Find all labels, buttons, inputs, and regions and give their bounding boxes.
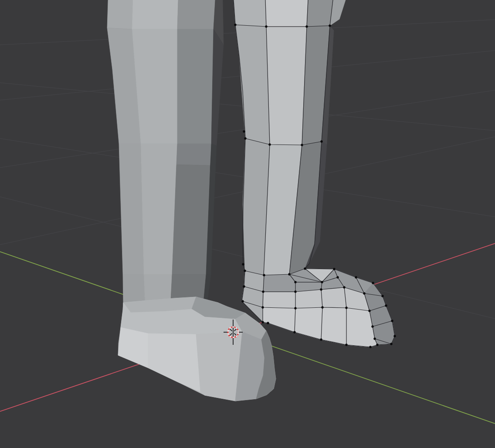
- right-leg-face[interactable]: [235, 25, 270, 145]
- vertex-dot[interactable]: [263, 274, 265, 276]
- vertex-dot[interactable]: [243, 130, 245, 132]
- right-leg-face[interactable]: [265, 0, 308, 27]
- vertex-dot[interactable]: [288, 273, 290, 275]
- left-leg-face[interactable]: [176, 144, 211, 165]
- left-leg-face[interactable]: [177, 0, 215, 29]
- vertex-dot[interactable]: [320, 140, 322, 142]
- vertex-dot[interactable]: [372, 282, 374, 284]
- vertex-dot[interactable]: [244, 269, 246, 272]
- vertex-dot[interactable]: [305, 25, 308, 27]
- vertex-dot[interactable]: [242, 263, 244, 265]
- vertex-dot[interactable]: [363, 292, 365, 294]
- vertex-dot[interactable]: [390, 343, 392, 345]
- vertex-dot[interactable]: [320, 338, 322, 340]
- left-foot-face[interactable]: [148, 333, 200, 392]
- mesh-left-leg[interactable]: [107, 0, 224, 308]
- vertex-dot[interactable]: [376, 344, 378, 346]
- vertex-dot[interactable]: [294, 281, 296, 283]
- vertex-dot[interactable]: [336, 276, 339, 278]
- vertex-dot[interactable]: [369, 346, 371, 348]
- vertex-dot[interactable]: [234, 24, 236, 26]
- vertex-dot[interactable]: [385, 304, 387, 307]
- left-leg-face[interactable]: [141, 144, 177, 274]
- blender-3d-viewport[interactable]: [0, 0, 495, 448]
- vertex-dot[interactable]: [381, 295, 383, 297]
- vertex-dot[interactable]: [321, 281, 323, 283]
- vertex-dot[interactable]: [345, 307, 347, 309]
- vertex-dot[interactable]: [368, 310, 370, 312]
- right-leg-face[interactable]: [234, 0, 266, 27]
- vertex-dot[interactable]: [371, 325, 373, 327]
- vertex-dot[interactable]: [304, 267, 306, 269]
- vertex-dot[interactable]: [294, 290, 296, 293]
- mesh-left-foot[interactable]: [118, 297, 276, 401]
- vertex-dot[interactable]: [329, 24, 331, 27]
- left-leg-face[interactable]: [132, 0, 178, 29]
- vertex-dot[interactable]: [267, 322, 269, 324]
- vertex-dot[interactable]: [393, 335, 396, 337]
- vertex-dot[interactable]: [262, 290, 264, 293]
- left-leg-face[interactable]: [119, 144, 144, 274]
- vertex-dot[interactable]: [320, 288, 322, 290]
- left-leg-face[interactable]: [172, 165, 210, 274]
- left-foot-face[interactable]: [196, 332, 242, 401]
- right-leg-face[interactable]: [266, 27, 307, 145]
- vertex-dot[interactable]: [333, 268, 335, 270]
- vertex-dot[interactable]: [301, 144, 303, 146]
- left-foot-face[interactable]: [118, 327, 148, 368]
- vertex-dot[interactable]: [244, 137, 246, 139]
- left-leg-face[interactable]: [107, 0, 133, 29]
- vertex-dot[interactable]: [268, 143, 271, 145]
- viewport-canvas[interactable]: [0, 0, 495, 448]
- left-leg-face[interactable]: [177, 29, 214, 144]
- vertex-dot[interactable]: [355, 276, 357, 278]
- vertex-dot[interactable]: [343, 286, 345, 288]
- right-leg-face[interactable]: [307, 0, 333, 27]
- vertex-dot[interactable]: [243, 285, 245, 287]
- vertex-dot[interactable]: [345, 344, 347, 346]
- left-leg-face[interactable]: [211, 29, 224, 146]
- vertex-dot[interactable]: [265, 25, 267, 27]
- vertex-dot[interactable]: [294, 307, 296, 309]
- vertex-dot[interactable]: [391, 320, 393, 322]
- vertex-dot[interactable]: [241, 300, 244, 302]
- vertex-dot[interactable]: [321, 306, 323, 308]
- vertex-dot[interactable]: [261, 306, 264, 308]
- vertex-dot[interactable]: [261, 321, 264, 323]
- vertex-dot[interactable]: [293, 331, 295, 333]
- vertex-dot[interactable]: [373, 337, 376, 340]
